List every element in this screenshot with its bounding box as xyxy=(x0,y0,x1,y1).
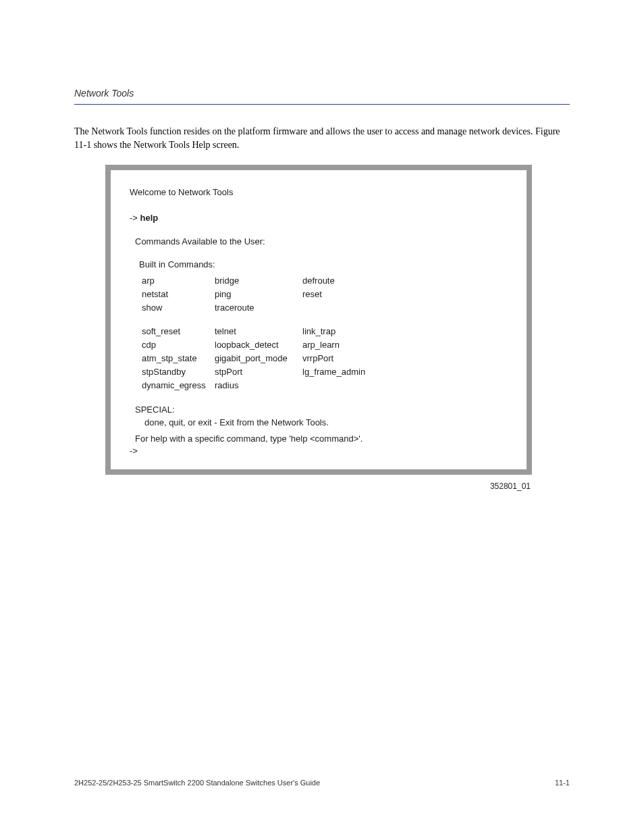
cmd-cell: gigabit_port_mode xyxy=(215,353,302,366)
cmd-cell: stpStandby xyxy=(142,366,215,380)
cmd-cell xyxy=(302,302,383,315)
cmd-cell: cdp xyxy=(142,339,215,353)
cmd-row: netstat ping reset xyxy=(142,288,383,302)
figure-id: 352801_01 xyxy=(105,481,532,491)
special-label: SPECIAL: xyxy=(135,404,508,416)
terminal-final-prompt: -> xyxy=(130,445,508,457)
cmd-cell: stpPort xyxy=(215,366,302,380)
cmd-row: show traceroute xyxy=(142,302,383,315)
terminal-frame: Welcome to Network Tools -> help Command… xyxy=(105,165,532,475)
cmd-row: soft_reset telnet link_trap xyxy=(142,325,383,339)
cmd-cell: radius xyxy=(215,380,302,393)
terminal-welcome: Welcome to Network Tools xyxy=(130,186,508,199)
cmd-row: arp bridge defroute xyxy=(142,275,383,288)
terminal-command: help xyxy=(140,213,159,223)
special-text: done, quit, or exit - Exit from the Netw… xyxy=(144,417,508,429)
commands-table-wrapper: arp bridge defroute netstat ping reset s… xyxy=(142,275,508,394)
cmd-cell: show xyxy=(142,302,215,315)
cmd-gap-row xyxy=(142,316,383,325)
cmd-cell: vrrpPort xyxy=(302,353,383,366)
cmd-cell: arp_learn xyxy=(302,339,383,353)
cmd-cell: soft_reset xyxy=(142,325,215,339)
page-content: Network Tools The Network Tools function… xyxy=(74,88,570,498)
intro-paragraph: The Network Tools function resides on th… xyxy=(74,125,570,151)
cmd-row: stpStandby stpPort lg_frame_admin xyxy=(142,366,383,380)
footer-page-number: 11-1 xyxy=(555,779,570,787)
cmd-cell: dynamic_egress xyxy=(142,380,215,393)
footer-doc-title: 2H252-25/2H253-25 SmartSwitch 2200 Stand… xyxy=(74,779,320,787)
cmd-cell: atm_stp_state xyxy=(142,353,215,366)
builtin-commands-header: Built in Commands: xyxy=(139,259,508,271)
cmd-cell: reset xyxy=(302,288,383,302)
commands-table: arp bridge defroute netstat ping reset s… xyxy=(142,275,383,394)
cmd-cell: bridge xyxy=(215,275,302,288)
section-header-title: Network Tools xyxy=(74,88,570,99)
cmd-row: dynamic_egress radius xyxy=(142,380,383,393)
terminal-body: Welcome to Network Tools -> help Command… xyxy=(130,186,508,457)
terminal-container: Welcome to Network Tools -> help Command… xyxy=(105,165,532,491)
help-hint: For help with a specific command, type '… xyxy=(135,433,508,445)
cmd-row: cdp loopback_detect arp_learn xyxy=(142,339,383,353)
cmd-cell xyxy=(302,380,383,393)
cmd-cell: loopback_detect xyxy=(215,339,302,353)
cmd-cell: traceroute xyxy=(215,302,302,315)
cmd-cell: defroute xyxy=(302,275,383,288)
cmd-cell: arp xyxy=(142,275,215,288)
cmd-cell: telnet xyxy=(215,325,302,339)
cmd-row: atm_stp_state gigabit_port_mode vrrpPort xyxy=(142,353,383,366)
commands-available-header: Commands Available to the User: xyxy=(135,236,508,248)
cmd-cell: link_trap xyxy=(302,325,383,339)
cmd-cell: lg_frame_admin xyxy=(302,366,383,380)
terminal-prompt: -> xyxy=(130,213,138,223)
header-rule xyxy=(74,104,570,105)
terminal-prompt-row: -> help xyxy=(130,212,508,224)
page-footer: 2H252-25/2H253-25 SmartSwitch 2200 Stand… xyxy=(74,779,570,787)
cmd-cell: netstat xyxy=(142,288,215,302)
cmd-cell: ping xyxy=(215,288,302,302)
